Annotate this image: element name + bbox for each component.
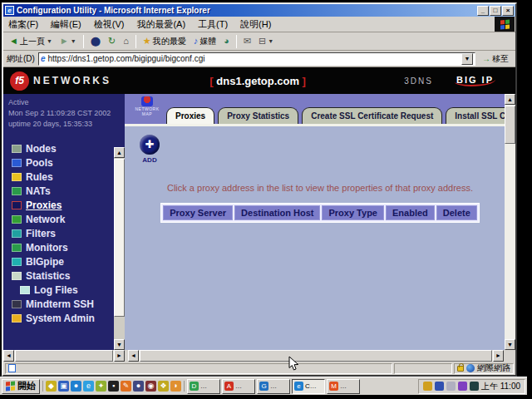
network-map-button[interactable]: NETWORK MAP (130, 96, 165, 116)
quick-launch-icon[interactable]: ● (71, 381, 81, 392)
menu-file[interactable]: 檔案(F) (8, 18, 38, 31)
quick-launch-icon[interactable]: ✦ (96, 381, 106, 392)
scroll-down-icon[interactable]: ▼ (505, 339, 515, 350)
favorites-button[interactable]: ★ 我的最愛 (140, 35, 189, 48)
scrollbar-thumb[interactable] (114, 159, 125, 317)
menu-tools[interactable]: 工具(T) (198, 18, 228, 31)
main-vertical-scrollbar[interactable]: ▲ ▼ (505, 94, 515, 350)
sidebar-item-rules[interactable]: Rules (12, 170, 123, 184)
menu-help[interactable]: 說明(H) (240, 18, 271, 31)
scroll-left-icon[interactable]: ◄ (128, 350, 139, 362)
link-bigip[interactable]: BIG IP (455, 75, 495, 86)
start-label: 開始 (17, 380, 36, 392)
scrollbar-thumb[interactable] (140, 350, 492, 362)
task-button-active[interactable]: eC… (292, 379, 325, 394)
print-dropdown-icon[interactable]: ▼ (268, 38, 273, 44)
task-button[interactable]: G… (257, 379, 290, 394)
address-input[interactable]: e https://dns1.getop.com/bigipgui/bigcon… (38, 52, 475, 66)
tray-icon[interactable] (446, 382, 456, 391)
sidebar-item-network[interactable]: Network (12, 212, 123, 226)
stop-button[interactable]: ⬤ (88, 36, 103, 47)
quick-launch-icon[interactable]: e (83, 381, 94, 392)
task-buttons: D… A… G… eC… M… (187, 379, 416, 394)
refresh-button[interactable]: ↻ (106, 36, 118, 47)
sidebar-item-filters[interactable]: Filters (12, 226, 123, 240)
sidebar-item-monitors[interactable]: Monitors (12, 240, 123, 254)
task-button[interactable]: M… (327, 379, 360, 394)
scroll-down-icon[interactable]: ▼ (114, 339, 125, 350)
forward-arrow-icon: ► (60, 37, 69, 46)
quick-launch-icon[interactable]: ● (133, 381, 144, 392)
sidebar-item-system-admin[interactable]: System Admin (12, 311, 123, 325)
status-spacer-pane (394, 363, 452, 374)
forward-button[interactable]: ► ▼ (57, 36, 79, 47)
print-button[interactable]: ⊟ ▼ (256, 36, 276, 47)
tray-icon[interactable] (458, 382, 467, 391)
sidebar-item-statistics[interactable]: Statistics (12, 268, 123, 283)
sidebar-item-bigpipe[interactable]: BIGpipe (12, 254, 123, 268)
col-proxy-server[interactable]: Proxy Server (163, 205, 233, 220)
tab-create-ssl-certificate-request[interactable]: Create SSL Certificate Request (302, 107, 442, 124)
scrollbar-thumb[interactable] (15, 350, 113, 362)
home-button[interactable]: ⌂ (121, 36, 131, 47)
sidebar-item-nats[interactable]: NATs (12, 184, 123, 198)
clock[interactable]: 上午 11:00 (481, 381, 520, 392)
back-button[interactable]: ◄ 上一頁 ▼ (7, 35, 55, 48)
sidebar-item-mindterm-ssh[interactable]: Mindterm SSH (12, 297, 123, 311)
menu-favorites[interactable]: 我的最愛(A) (136, 18, 185, 31)
filters-icon (12, 229, 22, 238)
close-button[interactable]: × (502, 6, 514, 16)
link-3dns[interactable]: 3DNS (404, 76, 433, 86)
security-zone-label: 網際網路 (477, 362, 510, 374)
scroll-left-icon[interactable]: ◄ (3, 350, 14, 362)
address-url[interactable]: https://dns1.getop.com/bigipgui/bigconf.… (47, 54, 459, 63)
history-button[interactable]: ◕ (221, 36, 232, 47)
address-dropdown-icon[interactable]: ▼ (461, 53, 473, 65)
title-bar[interactable]: e Configuration Utility - Microsoft Inte… (3, 4, 515, 17)
forward-dropdown-icon[interactable]: ▼ (71, 38, 76, 44)
tray-icon[interactable] (435, 382, 444, 391)
go-button[interactable]: → 移至 (479, 52, 512, 66)
media-button[interactable]: ♪ 媒體 (191, 35, 219, 48)
scroll-right-icon[interactable]: ► (114, 350, 125, 362)
add-proxy-control[interactable]: ✚ ADD (140, 135, 160, 164)
task-button[interactable]: A… (222, 379, 255, 394)
quick-launch-icon[interactable]: ❖ (158, 381, 169, 392)
minimize-button[interactable]: _ (477, 6, 489, 16)
quick-launch-icon[interactable]: ▣ (58, 381, 69, 392)
scrollbar-thumb[interactable] (505, 106, 515, 144)
tab-proxies[interactable]: Proxies (166, 107, 214, 124)
main-frame: NETWORK MAP Proxies Proxy Statistics Cre… (125, 94, 515, 350)
scroll-right-icon[interactable]: ► (493, 350, 504, 362)
sidebar-horizontal-scrollbar[interactable]: ◄ ► (3, 350, 125, 362)
scroll-up-icon[interactable]: ▲ (505, 94, 515, 105)
tray-icon[interactable] (470, 382, 479, 391)
quick-launch-icon[interactable]: ◆ (46, 381, 57, 392)
back-dropdown-icon[interactable]: ▼ (47, 38, 52, 44)
mail-button[interactable]: ✉ (241, 36, 254, 47)
add-icon[interactable]: ✚ (140, 135, 160, 155)
sidebar-item-pools[interactable]: Pools (12, 155, 123, 170)
quick-launch-icon[interactable]: ✎ (121, 381, 131, 392)
col-destination-host[interactable]: Destination Host (234, 205, 320, 220)
menu-view[interactable]: 檢視(V) (94, 18, 125, 31)
maximize-button[interactable]: □ (490, 6, 501, 16)
start-button[interactable]: 開始 (2, 379, 40, 394)
sidebar-item-nodes[interactable]: Nodes (12, 141, 123, 155)
sidebar-item-proxies[interactable]: Proxies (12, 198, 123, 212)
col-enabled[interactable]: Enabled (386, 205, 435, 220)
quick-launch-icon[interactable]: ◉ (145, 381, 156, 392)
main-horizontal-scrollbar[interactable]: ◄ ► (128, 350, 504, 362)
sidebar-item-log-files[interactable]: Log Files (12, 283, 123, 297)
task-button[interactable]: D… (187, 379, 220, 394)
scroll-up-icon[interactable]: ▲ (114, 147, 125, 158)
sidebar-vertical-scrollbar[interactable]: ▲ ▼ (114, 147, 125, 350)
col-delete[interactable]: Delete (436, 205, 477, 220)
statistics-icon (12, 272, 22, 280)
tab-proxy-statistics[interactable]: Proxy Statistics (218, 107, 298, 124)
quick-launch-icon[interactable]: ▪ (108, 381, 119, 392)
tray-icon[interactable] (423, 382, 432, 391)
quick-launch-icon[interactable]: ◗ (170, 381, 181, 392)
menu-edit[interactable]: 編輯(E) (51, 18, 81, 31)
col-proxy-type[interactable]: Proxy Type (322, 205, 384, 220)
